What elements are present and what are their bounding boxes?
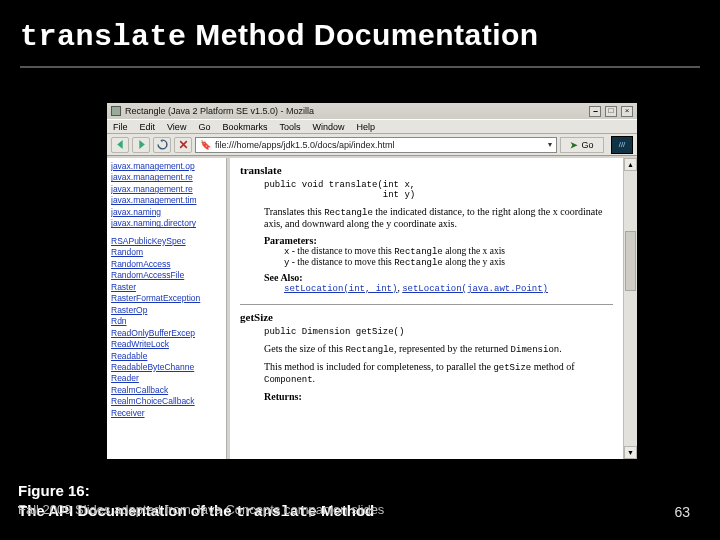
sidebar-item[interactable]: Rdn [111,316,224,327]
menu-tools[interactable]: Tools [279,122,300,132]
window-title: Rectangle (Java 2 Platform SE v1.5.0) - … [125,106,314,116]
returns-label: Returns: [264,391,613,402]
method-name-getsize: getSize [240,311,613,323]
sidebar-item[interactable]: javax.management.tim [111,195,224,206]
sidebar-item[interactable]: javax.management.op [111,161,224,172]
menubar: File Edit View Go Bookmarks Tools Window… [107,119,637,134]
sidebar-item[interactable]: Receiver [111,408,224,419]
sidebar-item[interactable]: RasterFormatException [111,293,224,304]
sidebar-item[interactable]: javax.management.re [111,184,224,195]
sidebar-item[interactable]: RealmChoiceCallback [111,396,224,407]
sidebar-item[interactable]: RandomAccess [111,259,224,270]
menu-help[interactable]: Help [356,122,375,132]
url-bar[interactable]: 🔖 file:///home/apps/jdk1.5.0/docs/api/in… [195,137,557,153]
throbber-icon: /// [611,136,633,154]
scroll-down-button[interactable]: ▼ [624,446,637,459]
sidebar-item[interactable]: Random [111,247,224,258]
slide-title: translate Method Documentation [20,18,700,54]
menu-window[interactable]: Window [312,122,344,132]
see-also-link[interactable]: setLocation(java.awt.Point) [402,284,548,294]
toolbar: 🔖 file:///home/apps/jdk1.5.0/docs/api/in… [107,134,637,156]
menu-bookmarks[interactable]: Bookmarks [222,122,267,132]
sidebar-item[interactable]: RasterOp [111,305,224,316]
sidebar-item[interactable]: ReadWriteLock [111,339,224,350]
browser-window: Rectangle (Java 2 Platform SE v1.5.0) - … [106,102,638,460]
divider [240,304,613,305]
menu-view[interactable]: View [167,122,186,132]
param-y: y - the distance to move this Rectangle … [284,257,613,268]
maximize-button[interactable]: □ [605,106,617,117]
see-also-links: setLocation(int, int), setLocation(java.… [284,283,613,294]
slide: translate Method Documentation Rectangle… [0,0,720,540]
footer-credit: Fall 2009 Slides adapted from Java Conce… [18,502,384,519]
figure-label: Figure 16: [18,481,620,501]
close-button[interactable]: × [621,106,633,117]
sidebar-item[interactable]: javax.naming.directory [111,218,224,229]
sidebar-item[interactable]: RandomAccessFile [111,270,224,281]
sidebar[interactable]: javax.management.op javax.management.re … [107,158,227,459]
go-label: Go [581,140,593,150]
go-icon: ➤ [570,140,578,150]
sidebar-item[interactable]: Reader [111,373,224,384]
go-button[interactable]: ➤Go [560,137,604,153]
sidebar-item[interactable]: RealmCallback [111,385,224,396]
see-also-label: See Also: [264,272,613,283]
back-button[interactable] [111,137,129,153]
scrollbar[interactable]: ▲ ▼ [623,158,637,459]
sidebar-item[interactable]: ReadOnlyBufferExcep [111,328,224,339]
method-signature: public void translate(int x, int y) [264,180,613,200]
minimize-button[interactable]: ‒ [589,106,601,117]
doc-content: translate public void translate(int x, i… [230,158,623,459]
bookmark-icon[interactable]: 🔖 [200,140,211,150]
title-text: Method Documentation [187,18,539,51]
scroll-up-button[interactable]: ▲ [624,158,637,171]
sidebar-item[interactable]: ReadableByteChanne [111,362,224,373]
url-value: file:///home/apps/jdk1.5.0/docs/api/inde… [215,140,395,150]
title-underline [20,66,700,68]
titlebar: Rectangle (Java 2 Platform SE v1.5.0) - … [107,103,637,119]
scroll-thumb[interactable] [625,231,636,291]
page-number: 63 [674,504,690,520]
caption-line: The API Documentation of the translate M… [18,502,374,519]
param-x: x - the distance to move this Rectangle … [284,246,613,257]
figure-caption: Figure 16: The API Documentation of the … [18,481,620,522]
method-note: This method is included for completeness… [264,361,613,385]
sidebar-item[interactable]: Raster [111,282,224,293]
url-dropdown-icon[interactable]: ▾ [548,140,552,149]
scroll-track[interactable] [624,171,637,446]
method-description: Gets the size of this Rectangle, represe… [264,343,613,355]
menu-go[interactable]: Go [198,122,210,132]
stop-button[interactable] [174,137,192,153]
sidebar-item[interactable]: javax.naming [111,207,224,218]
title-code: translate [20,20,187,54]
method-description: Translates this Rectangle the indicated … [264,206,613,229]
see-also-link[interactable]: setLocation(int, int) [284,284,397,294]
method-signature: public Dimension getSize() [264,327,613,337]
workarea: javax.management.op javax.management.re … [107,158,637,459]
parameters-label: Parameters: [264,235,613,246]
menu-file[interactable]: File [113,122,128,132]
sidebar-item[interactable]: javax.management.re [111,172,224,183]
forward-button[interactable] [132,137,150,153]
reload-button[interactable] [153,137,171,153]
sidebar-item[interactable]: RSAPublicKeySpec [111,236,224,247]
app-icon [111,106,121,116]
method-name-translate: translate [240,164,613,176]
sidebar-item[interactable]: Readable [111,351,224,362]
menu-edit[interactable]: Edit [140,122,156,132]
